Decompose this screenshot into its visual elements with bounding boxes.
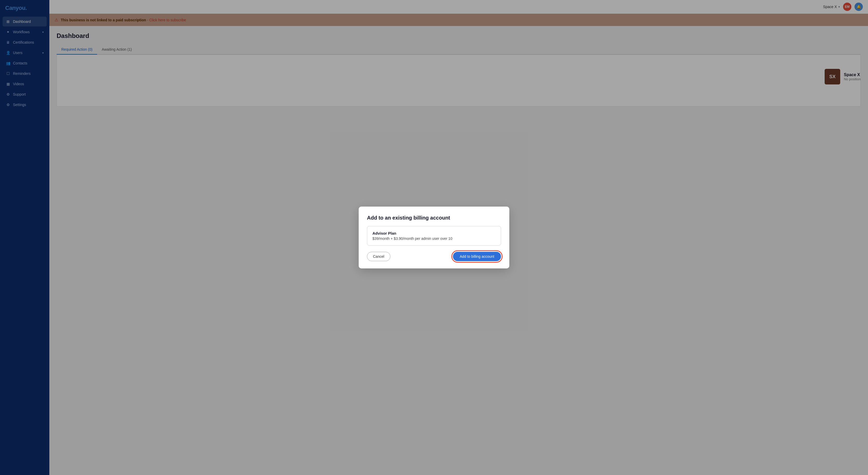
modal-overlay[interactable]: Add to an existing billing account Advis… <box>0 0 868 475</box>
add-to-billing-button[interactable]: Add to billing account <box>453 252 501 261</box>
modal-title: Add to an existing billing account <box>367 215 501 221</box>
plan-name: Advisor Plan <box>372 231 496 235</box>
cancel-button[interactable]: Cancel <box>367 252 391 261</box>
plan-price: $39/month + $3.90/month per admin user o… <box>372 236 496 241</box>
plan-box: Advisor Plan $39/month + $3.90/month per… <box>367 226 501 245</box>
modal-actions: Cancel Add to billing account <box>367 252 501 261</box>
billing-modal: Add to an existing billing account Advis… <box>359 207 509 268</box>
